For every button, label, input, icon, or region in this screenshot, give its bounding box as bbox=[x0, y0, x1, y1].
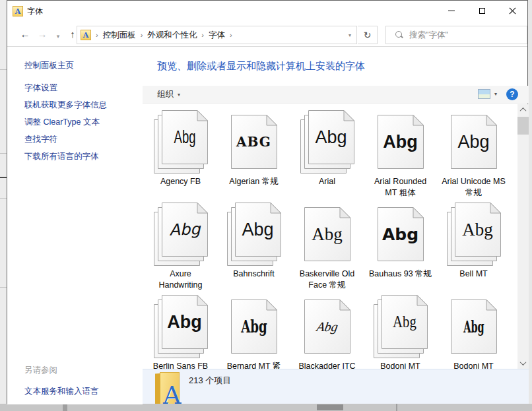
font-preview-text: Abg bbox=[460, 300, 487, 354]
font-file-icon: Abg bbox=[300, 203, 355, 267]
chevron-down-icon bbox=[520, 359, 527, 365]
forward-icon: → bbox=[38, 28, 48, 40]
font-tile[interactable]: AbgBahnschrift bbox=[217, 203, 290, 291]
organize-label: 组织 bbox=[157, 89, 174, 100]
background-line bbox=[0, 153, 7, 154]
breadcrumb-separator: › bbox=[141, 31, 143, 39]
font-preview-text: Abg bbox=[160, 202, 209, 257]
font-tile[interactable]: AbgArial Unicode MS 常规 bbox=[437, 110, 510, 199]
see-also-heading: 另请参阅 bbox=[24, 365, 57, 376]
minimize-button[interactable] bbox=[436, 1, 467, 21]
font-preview-text: Abg bbox=[308, 110, 354, 164]
command-toolbar: 组织 ▾ ▾ ? bbox=[143, 86, 529, 104]
background-line bbox=[0, 287, 7, 288]
close-icon bbox=[509, 7, 516, 15]
fonts-folder-icon: A bbox=[155, 372, 184, 404]
font-file-icon: Abg bbox=[373, 203, 428, 267]
font-tile[interactable]: AbgBernard MT 紧 bbox=[217, 295, 290, 372]
forward-button[interactable]: → bbox=[35, 28, 50, 41]
font-file-icon: Abg bbox=[446, 110, 502, 175]
maximize-button[interactable] bbox=[467, 1, 497, 21]
font-name: Algerian 常规 bbox=[229, 176, 278, 187]
font-family-stack-icon: Abg bbox=[300, 110, 355, 175]
breadcrumb-separator: › bbox=[96, 31, 98, 39]
background-seam bbox=[396, 404, 397, 411]
font-preview-text: Abg bbox=[386, 295, 423, 349]
font-preview-text: Abg bbox=[235, 203, 281, 257]
font-tile[interactable]: AbgBell MT bbox=[437, 203, 510, 291]
help-button[interactable]: ? bbox=[506, 88, 518, 100]
scroll-down-button[interactable] bbox=[517, 358, 529, 369]
font-family-stack-icon: Abg bbox=[153, 203, 209, 267]
font-preview-text: Abg bbox=[304, 207, 350, 261]
font-family-stack-icon: Abg bbox=[226, 203, 282, 267]
font-name: Arial Rounded MT 粗体 bbox=[368, 176, 433, 199]
background-scrollbar-fragment bbox=[317, 404, 343, 410]
font-tile[interactable]: AbgBodoni MT bbox=[437, 295, 510, 372]
breadcrumb-separator: › bbox=[230, 31, 232, 39]
address-bar[interactable]: A › 控制面板 › 外观和个性化 › 字体 › ▾ bbox=[77, 26, 357, 44]
font-grid: AbgAgency FBABGAlgerian 常规AbgArialAbgAri… bbox=[144, 110, 510, 372]
caption-buttons bbox=[436, 1, 527, 21]
font-tile[interactable]: AbgBerlin Sans FB bbox=[144, 295, 217, 372]
font-preview-text: Abg bbox=[451, 115, 497, 169]
font-family-stack-icon: Abg bbox=[153, 110, 209, 175]
font-preview-text: Abg bbox=[378, 207, 424, 261]
font-tile[interactable]: AbgArial bbox=[290, 110, 364, 199]
font-tile[interactable]: AbgAxure Handwriting bbox=[144, 203, 217, 291]
breadcrumb-appearance[interactable]: 外观和个性化 bbox=[147, 30, 197, 41]
sidebar-item-get-more-fonts[interactable]: 联机获取更多字体信息 bbox=[24, 100, 107, 111]
search-input[interactable]: 搜索"字体" bbox=[409, 30, 448, 41]
font-preview-text: Abg bbox=[238, 300, 270, 354]
back-button[interactable]: ← bbox=[18, 28, 32, 41]
sidebar-item-font-settings[interactable]: 字体设置 bbox=[24, 82, 57, 94]
chevron-down-icon: ▾ bbox=[494, 91, 497, 97]
help-icon: ? bbox=[510, 90, 514, 99]
desktop-background-left bbox=[0, 0, 7, 404]
font-file-icon: Abg bbox=[300, 295, 355, 360]
font-file-icon: ABG bbox=[226, 110, 282, 175]
organize-button[interactable]: 组织 ▾ bbox=[157, 89, 180, 100]
change-view-button[interactable]: ▾ bbox=[478, 89, 497, 99]
minimize-icon bbox=[448, 11, 455, 11]
font-tile[interactable]: AbgBauhaus 93 常规 bbox=[364, 203, 437, 291]
chevron-down-icon: ▾ bbox=[57, 33, 60, 40]
close-button[interactable] bbox=[497, 1, 527, 21]
search-box[interactable]: 搜索"字体" bbox=[385, 26, 527, 44]
breadcrumb-control-panel[interactable]: 控制面板 bbox=[103, 30, 136, 41]
scrollbar-thumb[interactable] bbox=[517, 117, 529, 135]
font-file-icon: Abg bbox=[373, 110, 428, 175]
sidebar-item-find-character[interactable]: 查找字符 bbox=[24, 134, 57, 145]
sidebar-item-download-fonts[interactable]: 下载所有语言的字体 bbox=[24, 151, 99, 162]
font-tile[interactable]: AbgBlackadder ITC bbox=[290, 295, 364, 372]
font-tile[interactable]: AbgArial Rounded MT 粗体 bbox=[364, 110, 437, 199]
font-file-icon: Abg bbox=[446, 295, 502, 360]
sidebar-item-adjust-cleartype[interactable]: 调整 ClearType 文本 bbox=[24, 117, 100, 128]
font-name: Agency FB bbox=[160, 176, 201, 187]
refresh-button[interactable]: ↻ bbox=[358, 26, 378, 44]
items-count: 213 个项目 bbox=[189, 375, 231, 387]
breadcrumb-fonts[interactable]: 字体 bbox=[209, 30, 225, 41]
vertical-scrollbar[interactable] bbox=[517, 104, 529, 369]
font-tile[interactable]: ABGAlgerian 常规 bbox=[217, 110, 290, 199]
maximize-icon bbox=[479, 8, 485, 14]
fonts-app-icon-letter: A bbox=[15, 7, 21, 16]
details-pane: A 213 个项目 bbox=[143, 369, 529, 404]
view-thumbnail-icon bbox=[478, 89, 490, 99]
font-name: Bauhaus 93 常规 bbox=[369, 269, 432, 280]
font-preview-text: Abg bbox=[299, 300, 354, 354]
address-fonts-icon-letter: A bbox=[83, 31, 89, 40]
font-tile[interactable]: AbgBaskerville Old Face 常规 bbox=[290, 203, 364, 291]
font-tile[interactable]: AbgBodoni MT bbox=[364, 295, 437, 372]
chevron-up-icon bbox=[520, 108, 527, 114]
sidebar: 控制面板主页 字体设置 联机获取更多字体信息 调整 ClearType 文本 查… bbox=[7, 47, 143, 404]
background-line bbox=[0, 69, 7, 70]
sidebar-item-text-services[interactable]: 文本服务和输入语言 bbox=[24, 386, 99, 397]
font-preview-text: Abg bbox=[378, 115, 424, 169]
sidebar-item-control-panel-home[interactable]: 控制面板主页 bbox=[24, 60, 74, 71]
recent-locations-button[interactable]: ▾ bbox=[53, 30, 63, 43]
font-tile[interactable]: AbgAgency FB bbox=[144, 110, 217, 199]
font-family-stack-icon: Abg bbox=[373, 295, 428, 360]
scroll-up-button[interactable] bbox=[517, 104, 529, 115]
address-dropdown-icon[interactable]: ▾ bbox=[349, 32, 351, 38]
